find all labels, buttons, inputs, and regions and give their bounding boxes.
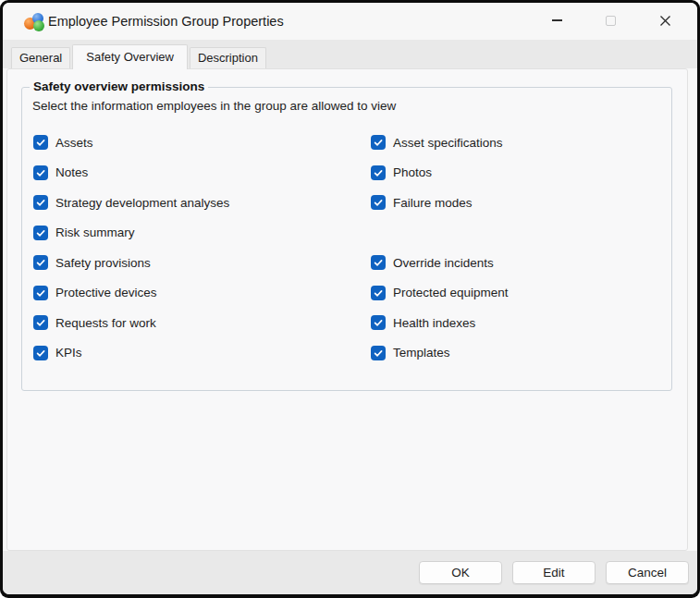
check-icon [35,197,46,208]
checkbox-label: Health indexes [393,316,475,330]
checkbox-label: Failure modes [393,196,473,210]
checkbox-row-strategy-development-analyses[interactable]: Strategy development analyses [33,188,357,218]
check-icon [35,257,46,268]
checkbox-row-safety-provisions[interactable]: Safety provisions [33,248,357,278]
check-icon [35,167,46,178]
check-icon [35,227,46,238]
app-icon [24,13,45,31]
checkbox-row-risk-summary[interactable]: Risk summary [33,218,357,249]
checkbox-safety-provisions[interactable] [33,255,48,270]
screenshot-frame: Employee Permission Group Properties Gen… [0,0,700,598]
checkbox-label: Notes [55,165,88,179]
checkbox-failure-modes[interactable] [371,195,386,210]
app-icon-ball-green [33,20,44,31]
minimize-icon [552,19,562,21]
checkbox-override-incidents[interactable] [371,255,386,270]
dialog-employee-permission-group-properties: Employee Permission Group Properties Gen… [3,3,697,594]
checkbox-row-templates[interactable]: Templates [371,338,694,369]
tab-strip: General Safety Overview Description [3,40,697,68]
tab-page-safety-overview: Safety overview permissions Select the i… [6,68,688,551]
check-icon [373,167,384,178]
check-icon [373,257,384,268]
check-icon [373,287,384,299]
edit-button[interactable]: Edit [512,561,596,584]
close-icon [659,15,671,27]
checkbox-label: Strategy development analyses [55,196,229,210]
checkbox-label: Templates [393,346,450,360]
check-icon [35,317,46,328]
check-icon [373,197,384,208]
maximize-button [591,6,630,34]
checkbox-row-protected-equipment[interactable]: Protected equipment [371,278,694,309]
checkbox-label: Photos [393,165,432,179]
close-button[interactable] [645,6,684,34]
checkbox-label: Safety provisions [55,256,151,270]
checkbox-asset-specifications[interactable] [371,135,386,150]
checkbox-row-failure-modes[interactable]: Failure modes [371,188,694,218]
checkbox-row-asset-specifications[interactable]: Asset specifications [371,128,694,158]
checkbox-label: Risk summary [55,226,135,239]
checkbox-label: Asset specifications [393,136,503,150]
tab-description[interactable]: Description [190,47,266,68]
checkbox-label: Override incidents [393,256,494,270]
footer-bar: OK Edit Cancel [3,551,697,594]
checkbox-row-protective-devices[interactable]: Protective devices [33,278,357,309]
checkbox-kpis[interactable] [33,346,48,360]
groupbox-safety-overview-permissions: Safety overview permissions Select the i… [21,87,672,391]
checkbox-protected-equipment[interactable] [371,286,386,300]
checkbox-photos[interactable] [371,165,386,180]
window-title: Employee Permission Group Properties [48,3,284,40]
checkbox-label: Protected equipment [393,286,509,299]
permissions-column-left: Assets Notes Strategy development analys… [33,128,357,368]
ok-button[interactable]: OK [419,561,502,584]
cancel-button[interactable]: Cancel [606,561,689,584]
groupbox-legend: Safety overview permissions [30,79,208,93]
checkbox-strategy-development-analyses[interactable] [33,195,48,210]
checkbox-health-indexes[interactable] [371,315,386,330]
empty-row [371,218,694,249]
checkbox-templates[interactable] [371,346,386,360]
checkbox-label: Assets [55,136,93,150]
group-description: Select the information employees in the … [32,99,396,113]
checkbox-row-photos[interactable]: Photos [371,158,694,189]
checkbox-notes[interactable] [33,165,48,180]
titlebar[interactable]: Employee Permission Group Properties [3,3,697,40]
check-icon [35,137,46,148]
maximize-icon [606,16,616,26]
checkbox-protective-devices[interactable] [33,286,48,300]
checkbox-assets[interactable] [33,135,48,150]
checkbox-risk-summary[interactable] [33,226,48,240]
tab-safety-overview[interactable]: Safety Overview [72,44,188,69]
checkbox-row-kpis[interactable]: KPIs [33,338,357,369]
checkbox-requests-for-work[interactable] [33,315,48,330]
checkbox-row-override-incidents[interactable]: Override incidents [371,248,694,278]
tab-general[interactable]: General [11,47,70,68]
checkbox-label: Protective devices [55,286,157,299]
check-icon [373,317,384,328]
check-icon [373,137,384,148]
checkbox-row-requests-for-work[interactable]: Requests for work [33,308,357,338]
check-icon [35,287,46,299]
checkbox-row-assets[interactable]: Assets [33,128,357,158]
check-icon [373,348,384,359]
checkbox-label: KPIs [55,346,82,360]
permissions-column-right: Asset specifications Photos Failure mode… [371,128,694,368]
checkbox-row-health-indexes[interactable]: Health indexes [371,308,694,338]
checkbox-row-notes[interactable]: Notes [33,158,357,189]
checkbox-label: Requests for work [55,316,156,330]
check-icon [35,348,46,359]
minimize-button[interactable] [537,6,576,34]
